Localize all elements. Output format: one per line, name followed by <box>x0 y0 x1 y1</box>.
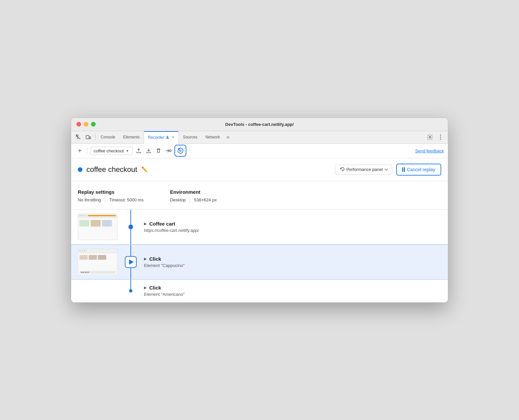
send-feedback-link[interactable]: Send feedback <box>415 148 444 153</box>
replay-settings: Replay settings No throttling Timeout: 5… <box>71 181 448 210</box>
svg-point-5 <box>440 137 441 138</box>
tab-elements[interactable]: Elements <box>119 131 144 143</box>
svg-rect-7 <box>170 150 171 152</box>
chevron-down-icon: ▼ <box>126 149 129 153</box>
step-content: ▶ Coffee cart https://coffee-cart.netlif… <box>137 210 448 244</box>
timeout-value: Timeout: 5000 ms <box>109 197 144 202</box>
performance-panel-button[interactable]: Performance panel <box>335 165 393 175</box>
add-recording-button[interactable]: + <box>75 146 84 155</box>
recording-header: coffee checkout ✏️ Performance panel Can… <box>71 158 448 181</box>
tab-network[interactable]: Network <box>201 131 224 143</box>
step-content: ▶ Click Element "Americano" <box>137 280 448 302</box>
step-item[interactable]: ▶ Coffee cart https://coffee-cart.netlif… <box>71 210 448 244</box>
svg-rect-0 <box>76 135 78 136</box>
tab-bar-left <box>74 132 97 142</box>
close-button[interactable] <box>76 122 81 127</box>
tab-console[interactable]: Console <box>97 131 119 143</box>
step-title-text: Click <box>149 256 161 262</box>
inspect-icon[interactable] <box>74 132 83 142</box>
tab-bar-right <box>425 132 445 142</box>
step-over-button[interactable] <box>164 146 173 155</box>
svg-point-6 <box>440 139 441 140</box>
step-subtitle: https://coffee-cart.netlify.app/ <box>144 228 441 233</box>
performance-icon <box>339 167 345 172</box>
dimensions-value: 538×624 px <box>194 197 216 202</box>
step-subtitle: Element "Americano" <box>144 292 441 297</box>
main-content: Replay settings No throttling Timeout: 5… <box>71 181 448 302</box>
environment-section: Environment Desktop 538×624 px <box>170 189 217 203</box>
toolbar-actions <box>134 145 186 157</box>
step-thumbnail <box>71 210 124 244</box>
title-bar: DevTools - coffee-cart.netlify.app/ <box>71 118 448 131</box>
step-content: ▶ Click Element "Cappucino" <box>137 245 448 279</box>
tab-bar: Console Elements Recorder ✕ Sources Netw… <box>71 131 448 144</box>
svg-point-8 <box>179 150 181 152</box>
svg-point-3 <box>429 136 431 138</box>
cancel-replay-button[interactable]: Cancel replay <box>396 164 441 176</box>
svg-point-4 <box>440 135 441 136</box>
replay-settings-title: Replay settings <box>78 189 144 195</box>
replay-settings-section: Replay settings No throttling Timeout: 5… <box>78 189 144 203</box>
thumbnail-image: Total: $0.00 <box>78 249 118 275</box>
toolbar-separator-1 <box>87 147 87 154</box>
tab-sources[interactable]: Sources <box>179 131 201 143</box>
settings-icon[interactable] <box>425 132 435 142</box>
maximize-button[interactable] <box>91 122 96 127</box>
step-subtitle: Element "Cappucino" <box>144 263 441 268</box>
environment-title: Environment <box>170 189 217 195</box>
more-tabs-button[interactable]: » <box>224 133 232 141</box>
recording-title: coffee checkout <box>86 165 137 174</box>
recorder-toolbar: + coffee checkout ▼ <box>71 144 448 158</box>
svg-rect-1 <box>86 135 89 139</box>
step-item[interactable]: Total: $0.00 ▶ Click <box>71 244 448 280</box>
step-thumbnail: Total: $0.00 <box>71 245 124 279</box>
step-item[interactable]: ▶ Click Element "Americano" <box>71 280 448 302</box>
recorder-flask-icon <box>165 135 169 139</box>
settings-divider <box>105 197 105 203</box>
step-expand-icon[interactable]: ▶ <box>144 286 147 289</box>
env-divider <box>190 197 190 203</box>
throttling-value: No throttling <box>78 197 101 202</box>
minimize-button[interactable] <box>84 122 88 127</box>
devtools-window: DevTools - coffee-cart.netlify.app/ Cons… <box>71 118 448 303</box>
environment-values: Desktop 538×624 px <box>170 197 217 203</box>
step-expand-icon[interactable]: ▶ <box>144 257 147 261</box>
steps-list: ▶ Coffee cart https://coffee-cart.netlif… <box>71 210 448 302</box>
perf-panel-chevron-icon <box>385 169 388 171</box>
upload-button[interactable] <box>134 146 143 155</box>
step-title-text: Coffee cart <box>149 221 175 227</box>
recorder-tab-close[interactable]: ✕ <box>171 135 174 139</box>
download-button[interactable] <box>144 146 153 155</box>
replay-settings-values: No throttling Timeout: 5000 ms <box>78 197 144 203</box>
step-thumbnail <box>71 280 124 302</box>
svg-point-9 <box>342 170 343 171</box>
delete-button[interactable] <box>154 146 163 155</box>
more-options-icon[interactable] <box>436 132 445 142</box>
tab-separator <box>95 134 95 140</box>
pause-icon <box>402 167 405 172</box>
thumbnail-image <box>78 214 118 240</box>
step-title-text: Click <box>149 285 161 290</box>
device-value: Desktop <box>170 197 186 202</box>
replay-button[interactable] <box>174 145 186 157</box>
step-expand-icon[interactable]: ▶ <box>144 222 147 226</box>
recording-selector[interactable]: coffee checkout ▼ <box>90 147 133 155</box>
edit-recording-name-icon[interactable]: ✏️ <box>141 166 148 173</box>
svg-rect-2 <box>89 137 91 139</box>
traffic-lights <box>76 122 96 127</box>
window-title: DevTools - coffee-cart.netlify.app/ <box>225 122 294 127</box>
tab-recorder[interactable]: Recorder ✕ <box>144 131 179 144</box>
device-toggle-icon[interactable] <box>84 132 93 142</box>
recording-status-dot <box>78 167 82 172</box>
